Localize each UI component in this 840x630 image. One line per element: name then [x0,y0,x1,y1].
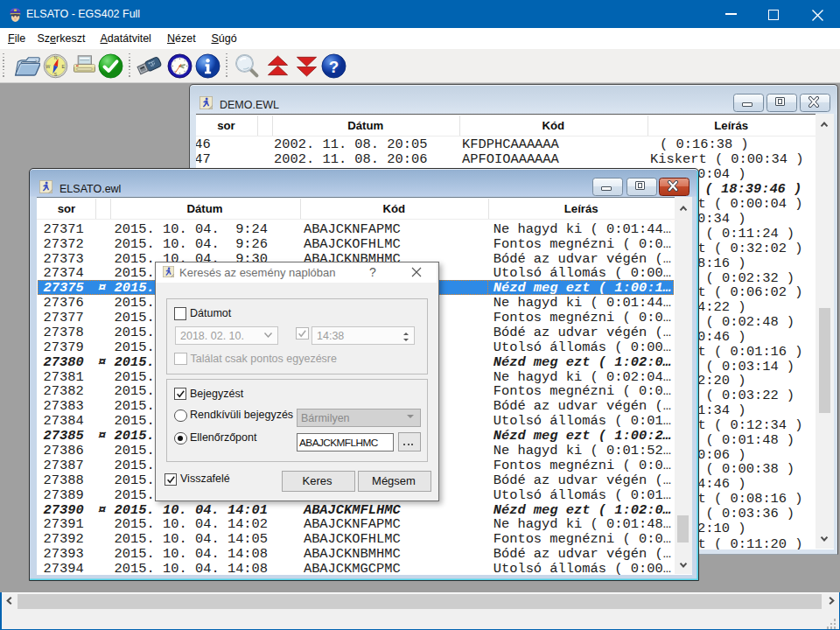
svg-text:W: W [46,63,50,68]
svg-text:?: ? [328,57,339,75]
svg-text:E: E [61,63,65,68]
svg-text:N: N [54,55,58,60]
